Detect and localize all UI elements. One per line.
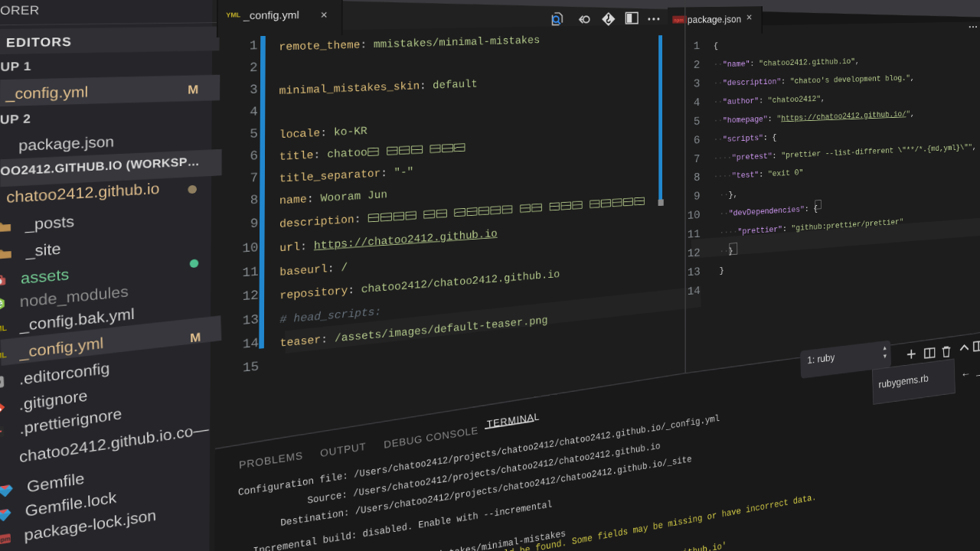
svg-text:YML: YML [0,324,7,334]
svg-text:YML: YML [0,350,7,360]
svg-text:JS: JS [0,300,2,308]
svg-text:npm: npm [674,17,684,23]
